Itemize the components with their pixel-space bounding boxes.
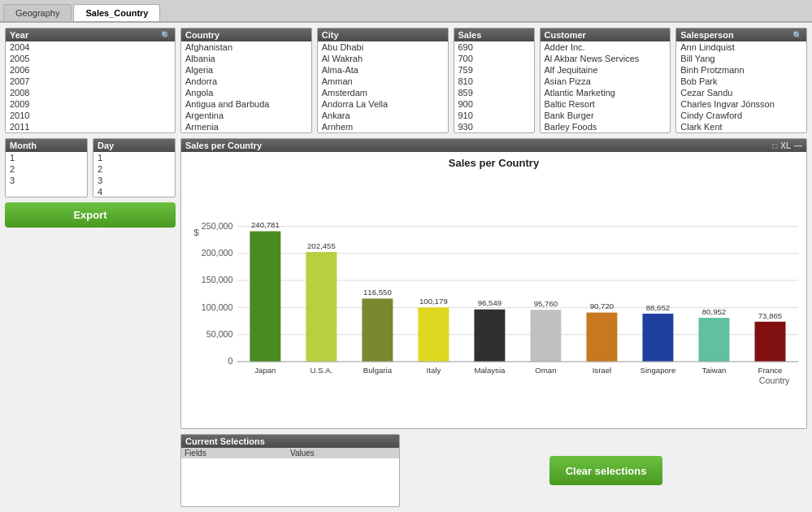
svg-text:95,760: 95,760: [534, 299, 558, 308]
selections-content: [181, 458, 399, 503]
list-item[interactable]: Alf Jequitaine: [541, 64, 671, 76]
list-item[interactable]: 2011: [6, 121, 175, 132]
clear-selections-button[interactable]: Clear selections: [549, 456, 663, 485]
list-item[interactable]: Al Akbar News Services: [541, 53, 671, 64]
day-list: 1234: [93, 152, 175, 197]
list-item[interactable]: Binh Protzmann: [676, 64, 806, 76]
bar-oman[interactable]: [530, 310, 561, 362]
svg-text:Oman: Oman: [535, 366, 556, 375]
svg-text:200,000: 200,000: [202, 248, 233, 258]
list-item[interactable]: Atlantic Marketing: [541, 87, 671, 98]
svg-text:100,000: 100,000: [202, 302, 233, 312]
list-item[interactable]: 700: [454, 53, 534, 64]
list-item[interactable]: Charles Ingvar Jönsson: [676, 98, 806, 110]
tab-sales-country[interactable]: Sales_Country: [73, 4, 160, 21]
list-item[interactable]: Angola: [181, 87, 311, 98]
list-item[interactable]: Argentina: [181, 110, 311, 121]
svg-text:150,000: 150,000: [202, 275, 233, 284]
list-item[interactable]: Barley Foods: [541, 121, 671, 132]
salesperson-list: Ann LindquistBill YangBinh ProtzmannBob …: [676, 41, 806, 132]
bar-u-s-a-[interactable]: [306, 252, 337, 362]
export-button[interactable]: Export: [5, 202, 176, 228]
svg-text:202,455: 202,455: [307, 241, 336, 250]
country-label: Country: [185, 30, 219, 40]
bar-malaysia[interactable]: [474, 310, 505, 362]
chart-icon-xl[interactable]: XL: [780, 141, 791, 150]
list-item[interactable]: 2006: [6, 64, 175, 76]
list-item[interactable]: 2008: [6, 87, 175, 98]
country-filter: Country AfghanistanAlbaniaAlgeriaAndorra…: [180, 28, 312, 133]
list-item[interactable]: Algeria: [181, 64, 311, 76]
list-item[interactable]: Ann Lindquist: [676, 41, 806, 53]
bar-taiwan[interactable]: [698, 318, 729, 362]
svg-text:240,781: 240,781: [251, 220, 280, 229]
chart-icon-snapshot[interactable]: □: [772, 141, 777, 150]
chart-title: Sales per Country: [449, 157, 539, 169]
list-item[interactable]: 4: [93, 186, 175, 197]
list-item[interactable]: Cezar Sandu: [676, 87, 806, 98]
list-item[interactable]: 2010: [6, 110, 175, 121]
list-item[interactable]: Alma-Ata: [318, 64, 448, 76]
svg-text:73,865: 73,865: [758, 311, 782, 320]
salesperson-filter: Salesperson 🔍 Ann LindquistBill YangBinh…: [675, 28, 807, 133]
chart-area: Sales per Country □ XL — Sales per Count…: [180, 138, 807, 429]
list-item[interactable]: Bill Yang: [676, 53, 806, 64]
month-list: 123: [6, 152, 87, 186]
bar-israel[interactable]: [586, 313, 617, 362]
year-list: 20042005200620072008200920102011: [6, 41, 175, 132]
list-item[interactable]: 1: [93, 152, 175, 163]
list-item[interactable]: 759: [454, 64, 534, 76]
list-item[interactable]: 930: [454, 121, 534, 132]
list-item[interactable]: 2007: [6, 76, 175, 87]
list-item[interactable]: 2: [93, 163, 175, 175]
list-item[interactable]: Arnhem: [318, 121, 448, 132]
bar-japan[interactable]: [250, 232, 280, 362]
list-item[interactable]: 690: [454, 41, 534, 53]
list-item[interactable]: 900: [454, 98, 534, 110]
bar-italy[interactable]: [418, 307, 449, 362]
list-item[interactable]: 2009: [6, 98, 175, 110]
list-item[interactable]: Abu Dhabi: [318, 41, 448, 53]
list-item[interactable]: 810: [454, 76, 534, 87]
list-item[interactable]: Antigua and Barbuda: [181, 98, 311, 110]
col-values: Values: [290, 449, 396, 458]
tab-geography[interactable]: Geography: [3, 4, 72, 21]
list-item[interactable]: 3: [6, 175, 87, 186]
bar-bulgaria[interactable]: [362, 298, 393, 362]
selections-cols: Fields Values: [181, 448, 399, 458]
list-item[interactable]: Clark Kent: [676, 121, 806, 132]
list-item[interactable]: 1: [6, 152, 87, 163]
svg-text:Bulgaria: Bulgaria: [363, 366, 393, 375]
list-item[interactable]: Andorra La Vella: [318, 98, 448, 110]
list-item[interactable]: 2005: [6, 53, 175, 64]
list-item[interactable]: Bank Burger: [541, 110, 671, 121]
list-item[interactable]: 2: [6, 163, 87, 175]
year-search-icon[interactable]: 🔍: [161, 31, 171, 40]
list-item[interactable]: Andorra: [181, 76, 311, 87]
salesperson-search-icon[interactable]: 🔍: [792, 31, 802, 40]
list-item[interactable]: Afghanistan: [181, 41, 311, 53]
list-item[interactable]: 2004: [6, 41, 175, 53]
list-item[interactable]: Cindy Crawford: [676, 110, 806, 121]
bar-singapore[interactable]: [642, 314, 673, 362]
customer-filter: Customer Adder Inc.Al Akbar News Service…: [540, 28, 671, 133]
list-item[interactable]: Armenia: [181, 121, 311, 132]
list-item[interactable]: Ankara: [318, 110, 448, 121]
list-item[interactable]: Baltic Resort: [541, 98, 671, 110]
list-item[interactable]: 910: [454, 110, 534, 121]
list-item[interactable]: Amman: [318, 76, 448, 87]
customer-list: Adder Inc.Al Akbar News ServicesAlf Jequ…: [541, 41, 671, 132]
list-item[interactable]: 3: [93, 175, 175, 186]
list-item[interactable]: Albania: [181, 53, 311, 64]
city-list: Abu DhabiAl WakrahAlma-AtaAmmanAmsterdam…: [318, 41, 448, 132]
bar-france[interactable]: [755, 322, 786, 362]
list-item[interactable]: Amsterdam: [318, 87, 448, 98]
sales-filter-header: Sales: [454, 28, 534, 41]
list-item[interactable]: Al Wakrah: [318, 53, 448, 64]
list-item[interactable]: Adder Inc.: [541, 41, 671, 53]
chart-icon-minimize[interactable]: —: [794, 141, 802, 150]
svg-text:Malaysia: Malaysia: [474, 366, 506, 375]
list-item[interactable]: Asian Pizza: [541, 76, 671, 87]
list-item[interactable]: 859: [454, 87, 534, 98]
list-item[interactable]: Bob Park: [676, 76, 806, 87]
